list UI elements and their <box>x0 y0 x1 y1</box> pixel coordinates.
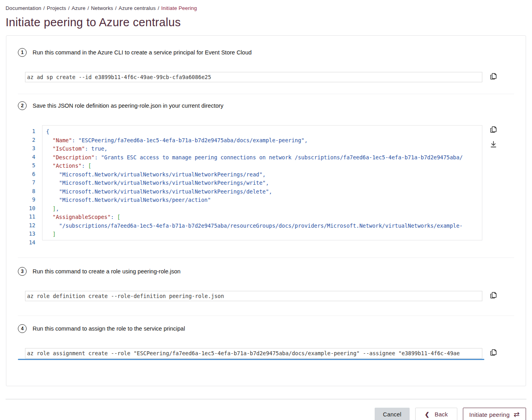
cancel-button[interactable]: Cancel <box>375 408 410 420</box>
initiate-peering-button[interactable]: Initiate peering ⇄ <box>463 408 526 420</box>
step-1-number-badge: 1 <box>18 48 27 57</box>
footer-divider <box>6 399 526 399</box>
chevron-left-icon: ❮ <box>425 411 429 418</box>
footer-actions: Cancel ❮ Back Initiate peering ⇄ <box>0 408 526 420</box>
step-3-command-row: az role definition create --role-definit… <box>18 291 514 301</box>
step-2: 2 Save this JSON role definition as peer… <box>18 94 514 258</box>
step-1-header: 1 Run this command in the Azure CLI to c… <box>18 48 514 57</box>
step-3-header: 3 Run this command to create a role usin… <box>18 267 514 276</box>
json-line-numbers: 1234567891011121314 <box>25 125 35 247</box>
breadcrumb-link[interactable]: Networks <box>91 5 113 11</box>
transfer-arrows-icon: ⇄ <box>514 411 520 418</box>
back-button[interactable]: ❮ Back <box>415 408 457 420</box>
breadcrumb-link[interactable]: Projects <box>47 5 66 11</box>
breadcrumb-separator: / <box>87 5 89 11</box>
step-1-command-field[interactable]: az ad sp create --id e3899b11-4f6c-49ae-… <box>25 72 482 82</box>
json-editor-actions <box>489 125 498 149</box>
step-4-header: 4 Run this command to assign the role to… <box>18 324 514 333</box>
step-3-command-field[interactable]: az role definition create --role-definit… <box>25 291 482 301</box>
step-1-command-row: az ad sp create --id e3899b11-4f6c-49ae-… <box>18 72 514 82</box>
breadcrumb-separator: / <box>158 5 159 11</box>
breadcrumb-separator: / <box>115 5 117 11</box>
breadcrumb-current: Initiate Peering <box>161 5 197 11</box>
breadcrumb-separator: / <box>68 5 70 11</box>
breadcrumb-separator: / <box>43 5 45 11</box>
step-1-instruction: Run this command in the Azure CLI to cre… <box>33 49 251 56</box>
step-3-instruction: Run this command to create a role using … <box>33 268 180 275</box>
breadcrumb: Documentation/Projects/Azure/Networks/Az… <box>0 0 532 11</box>
initiate-peering-label: Initiate peering <box>469 411 510 418</box>
step-4-instruction: Run this command to assign the role to t… <box>33 325 185 332</box>
step-1: 1 Run this command in the Azure CLI to c… <box>18 41 514 94</box>
copy-icon[interactable] <box>489 125 498 134</box>
json-editor: 1234567891011121314 { "Name": "ESCPeerin… <box>25 125 482 247</box>
step-2-header: 2 Save this JSON role definition as peer… <box>18 101 514 110</box>
copy-icon[interactable] <box>489 72 498 81</box>
breadcrumb-link[interactable]: Documentation <box>6 5 41 11</box>
step-4-command-row: az role assignment create --role "ESCPee… <box>18 348 514 358</box>
step-4-number-badge: 4 <box>18 324 27 333</box>
step-3-number-badge: 3 <box>18 267 27 276</box>
step-2-number-badge: 2 <box>18 101 27 110</box>
copy-icon[interactable] <box>489 348 498 357</box>
horizontal-scrollbar[interactable] <box>18 359 484 360</box>
wizard-card: 1 Run this command in the Azure CLI to c… <box>6 35 526 386</box>
breadcrumb-link[interactable]: Azure <box>72 5 85 11</box>
copy-icon[interactable] <box>489 291 498 300</box>
page-title: Initiate peering to Azure centralus <box>6 16 532 29</box>
back-button-label: Back <box>435 411 448 418</box>
step-4: 4 Run this command to assign the role to… <box>18 316 514 378</box>
download-icon[interactable] <box>489 140 498 149</box>
step-3: 3 Run this command to create a role usin… <box>18 258 514 316</box>
json-code-area[interactable]: { "Name": "ESCPeering/fa7eed6a-1ec5-4efa… <box>42 125 482 240</box>
step-2-instruction: Save this JSON role definition as peerin… <box>33 103 223 109</box>
step-4-command-field[interactable]: az role assignment create --role "ESCPee… <box>25 348 482 358</box>
breadcrumb-link[interactable]: Azure centralus <box>119 5 156 11</box>
json-editor-row: 1234567891011121314 { "Name": "ESCPeerin… <box>18 125 514 247</box>
